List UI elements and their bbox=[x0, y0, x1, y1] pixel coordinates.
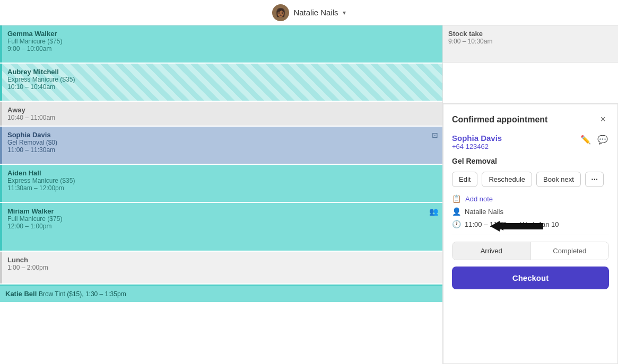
appt-time: 10:40 – 11:00am bbox=[7, 114, 437, 121]
app-header: 👩🏾 Natalie Nails ▾ bbox=[0, 0, 618, 25]
appt-name: Gemma Walker bbox=[7, 30, 437, 38]
appt-name: Lunch bbox=[7, 256, 437, 264]
appointment-katie-partial[interactable]: Katie Bell Brow Tint ($15), 1:30 – 1:35p… bbox=[0, 285, 442, 302]
appt-time: 10:10 – 10:40am bbox=[7, 83, 437, 91]
panel-header: Confirmed appointment × bbox=[452, 113, 609, 126]
main-content: Gemma Walker Full Manicure ($75) 9:00 – … bbox=[0, 25, 618, 364]
appt-name: Aiden Hall bbox=[7, 169, 437, 177]
checkout-button[interactable]: Checkout bbox=[452, 267, 609, 289]
staff-detail-row: 👤 Natalie Nails bbox=[452, 207, 609, 216]
appt-service: Express Manicure ($35) bbox=[7, 76, 437, 83]
appointment-gemma[interactable]: Gemma Walker Full Manicure ($75) 9:00 – … bbox=[0, 25, 442, 63]
clock-icon: 🕐 bbox=[452, 220, 460, 228]
add-note-row[interactable]: 📋 Add note bbox=[452, 194, 609, 203]
staff-name: Natalie Nails bbox=[465, 208, 503, 216]
client-actions: ✏️ 💬 bbox=[579, 134, 609, 146]
appointment-sophia[interactable]: Sophia Davis Gel Removal ($0) 11:00 – 11… bbox=[0, 127, 442, 164]
calendar-area: Gemma Walker Full Manicure ($75) 9:00 – … bbox=[0, 25, 443, 364]
reschedule-button[interactable]: Reschedule bbox=[482, 172, 532, 187]
appointment-datetime: 11:00 – 11:30am, Wed, Jan 10 bbox=[465, 220, 559, 228]
completed-button[interactable]: Completed bbox=[531, 242, 609, 260]
appt-time: 1:00 – 2:00pm bbox=[7, 264, 437, 271]
appointment-aiden[interactable]: Aiden Hall Express Manicure ($35) 11:30a… bbox=[0, 165, 442, 202]
group-icon: 👥 bbox=[429, 207, 438, 216]
chevron-down-icon[interactable]: ▾ bbox=[343, 9, 346, 16]
appointment-lunch: Lunch 1:00 – 2:00pm bbox=[0, 252, 442, 283]
appt-time: 11:30am – 12:00pm bbox=[7, 184, 437, 192]
appointment-miriam[interactable]: Miriam Walker Full Manicure ($75) 12:00 … bbox=[0, 203, 442, 251]
datetime-detail-row: 🕐 11:00 – 11:30am, Wed, Jan 10 bbox=[452, 220, 609, 228]
appt-name: Away bbox=[7, 106, 437, 114]
appt-service: Express Manicure ($35) bbox=[7, 177, 437, 184]
appt-name: Aubrey Mitchell bbox=[7, 68, 437, 76]
appt-time: 12:00 – 1:00pm bbox=[7, 223, 437, 230]
client-info: Sophia Davis +64 123462 bbox=[452, 134, 502, 150]
edit-client-icon-button[interactable]: ✏️ bbox=[579, 134, 592, 146]
stock-take-time: 9:00 – 10:30am bbox=[448, 38, 613, 45]
appt-service: Gel Removal ($0) bbox=[7, 139, 437, 146]
client-row: Sophia Davis +64 123462 ✏️ 💬 bbox=[452, 134, 609, 150]
panel-title: Confirmed appointment bbox=[452, 115, 547, 125]
service-name: Gel Removal bbox=[452, 157, 609, 165]
note-icon: 📋 bbox=[452, 194, 461, 203]
client-name[interactable]: Sophia Davis bbox=[452, 134, 502, 143]
appt-name: Sophia Davis bbox=[7, 131, 437, 139]
status-buttons: Arrived Completed bbox=[452, 242, 609, 260]
client-phone: +64 123462 bbox=[452, 143, 502, 150]
divider bbox=[452, 235, 609, 235]
more-options-button[interactable]: ⋯ bbox=[585, 172, 604, 187]
close-button[interactable]: × bbox=[597, 113, 609, 126]
business-name: Natalie Nails bbox=[293, 8, 338, 17]
appt-time: 11:00 – 11:30am bbox=[7, 146, 437, 154]
expand-icon: ⊡ bbox=[432, 131, 438, 139]
appt-time: 9:00 – 10:00am bbox=[7, 45, 437, 52]
appt-name: Miriam Walker bbox=[7, 207, 437, 215]
edit-button[interactable]: Edit bbox=[452, 172, 477, 187]
stock-take-name: Stock take bbox=[448, 30, 613, 38]
arrived-button[interactable]: Arrived bbox=[452, 242, 531, 260]
confirmed-appointment-panel: Confirmed appointment × Sophia Davis +64… bbox=[443, 104, 618, 364]
appt-service: Full Manicure ($75) bbox=[7, 38, 437, 45]
appointment-aubrey[interactable]: Aubrey Mitchell Express Manicure ($35) 1… bbox=[0, 64, 442, 101]
appt-name: Katie Bell Brow Tint ($15), 1:30 – 1:35p… bbox=[5, 290, 437, 298]
message-icon-button[interactable]: 💬 bbox=[596, 134, 609, 146]
person-icon: 👤 bbox=[452, 207, 460, 216]
action-buttons: Edit Reschedule Book next ⋯ bbox=[452, 172, 609, 187]
add-note-text: Add note bbox=[465, 195, 493, 203]
avatar: 👩🏾 bbox=[272, 4, 289, 21]
appt-service: Full Manicure ($75) bbox=[7, 215, 437, 223]
appointment-away: Away 10:40 – 11:00am bbox=[0, 102, 442, 126]
right-panel: Stock take 9:00 – 10:30am Confirmed appo… bbox=[443, 25, 618, 364]
book-next-button[interactable]: Book next bbox=[536, 172, 581, 187]
stock-take-block: Stock take 9:00 – 10:30am bbox=[443, 25, 618, 104]
